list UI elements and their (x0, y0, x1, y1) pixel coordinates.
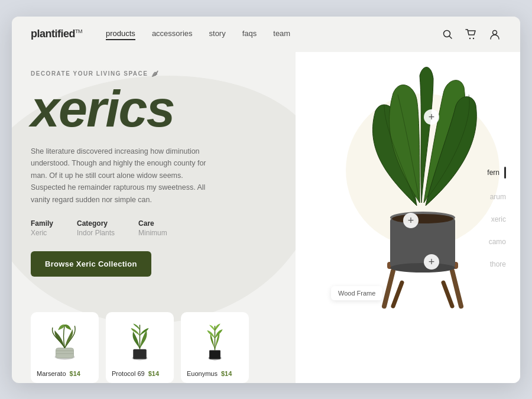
product-price-2: $14 (148, 370, 159, 377)
nav-item-products[interactable]: products (106, 29, 135, 39)
product-name-row-2: Protocol 69 $14 (112, 370, 168, 377)
meta-category: Category Indor Plants (77, 219, 115, 237)
product-name-3: Euonymus (187, 370, 218, 377)
product-card-2[interactable]: Protocol 69 $14 (106, 312, 174, 383)
meta-category-label: Category (77, 219, 115, 228)
meta-care-label: Care (138, 219, 167, 228)
svg-point-3 (473, 37, 474, 38)
product-name-1: Marserato (37, 370, 66, 377)
meta-category-value: Indor Plants (77, 229, 115, 237)
meta-family-value: Xeric (31, 229, 53, 237)
side-nav-item-fern[interactable]: fern (487, 167, 506, 179)
side-nav-item-xeric[interactable]: xeric (487, 215, 506, 223)
svg-line-14 (384, 271, 393, 306)
cta-button[interactable]: Browse Xeric Collection (31, 251, 151, 277)
product-image-3 (192, 318, 239, 365)
svg-line-17 (443, 283, 452, 306)
nav-item-team[interactable]: team (273, 29, 290, 39)
hero-content: DECORATE YOUR LIVING SPACE 🌶 xerics She … (31, 70, 277, 277)
nav-item-story[interactable]: story (209, 29, 226, 39)
main-nav: products accessories story faqs team (106, 29, 290, 39)
svg-rect-6 (56, 348, 74, 358)
product-price-3: $14 (221, 370, 232, 377)
search-icon[interactable] (441, 28, 454, 41)
header: plantifiedTM products accessories story … (12, 17, 520, 52)
logo: plantifiedTM (31, 28, 82, 40)
svg-rect-12 (209, 351, 220, 359)
chili-icon: 🌶 (151, 70, 160, 78)
meta-family-label: Family (31, 219, 53, 228)
product-name-row-1: Marserato $14 (37, 370, 93, 377)
meta-care: Care Minimum (138, 219, 167, 237)
side-nav-item-thore[interactable]: thore (487, 260, 506, 268)
hero-right: + + + Wood Frame fern arum xeri (296, 52, 520, 383)
header-icons (441, 28, 501, 41)
hero-left: DECORATE YOUR LIVING SPACE 🌶 xerics She … (12, 52, 296, 383)
svg-point-22 (392, 214, 453, 223)
svg-line-16 (393, 283, 402, 306)
product-card-1[interactable]: Marserato $14 (31, 312, 99, 383)
svg-rect-10 (133, 349, 147, 359)
product-card-3[interactable]: Euonymus $14 (181, 312, 249, 383)
svg-point-21 (390, 263, 455, 273)
side-nav: fern arum xeric camo thore (487, 167, 520, 268)
svg-rect-19 (390, 218, 455, 268)
meta-family: Family Xeric (31, 219, 53, 237)
svg-line-1 (449, 36, 452, 38)
wood-frame-tooltip: Wood Frame (331, 286, 382, 300)
svg-text:+: + (429, 111, 435, 123)
product-cards: Marserato $14 (31, 312, 249, 383)
svg-line-15 (452, 271, 461, 306)
product-image-1 (41, 318, 89, 365)
product-price-1: $14 (70, 370, 80, 377)
svg-point-2 (469, 37, 471, 38)
hero-description: She literature discovered increasing how… (31, 145, 220, 206)
svg-point-4 (493, 30, 497, 34)
product-name-row-3: Euonymus $14 (187, 370, 243, 377)
main-content: DECORATE YOUR LIVING SPACE 🌶 xerics She … (12, 52, 520, 383)
user-icon[interactable] (488, 28, 501, 41)
nav-item-faqs[interactable]: faqs (242, 29, 257, 39)
cart-icon[interactable] (465, 28, 478, 41)
hero-title: xerics (31, 83, 277, 135)
meta-care-value: Minimum (138, 229, 167, 237)
side-nav-item-camo[interactable]: camo (487, 238, 506, 246)
app-window: plantifiedTM products accessories story … (12, 17, 520, 383)
product-image-2 (116, 318, 164, 365)
svg-text:+: + (429, 256, 435, 268)
nav-item-accessories[interactable]: accessories (152, 29, 193, 39)
product-name-2: Protocol 69 (112, 370, 145, 377)
side-nav-item-arum[interactable]: arum (487, 193, 506, 201)
hero-subtitle: DECORATE YOUR LIVING SPACE 🌶 (31, 70, 277, 78)
plant-meta: Family Xeric Category Indor Plants Care … (31, 219, 277, 237)
svg-text:+: + (408, 215, 414, 226)
